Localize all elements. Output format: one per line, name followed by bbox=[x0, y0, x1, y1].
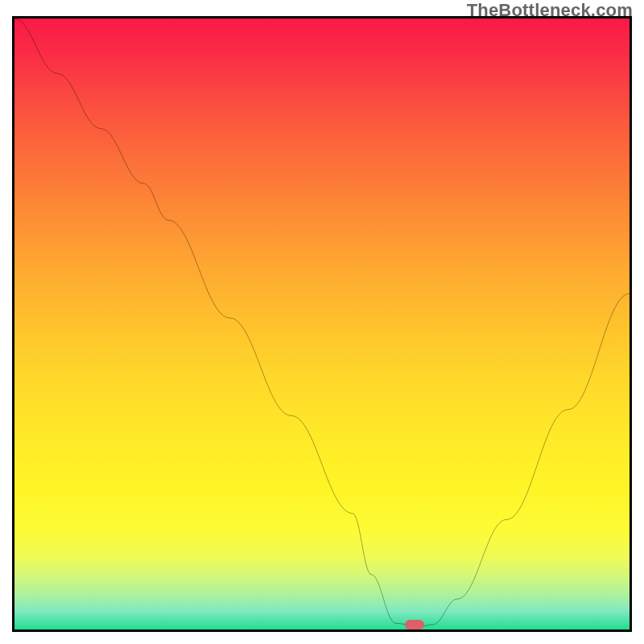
bottleneck-curve bbox=[14, 19, 630, 626]
optimum-marker bbox=[405, 620, 424, 630]
chart-stage: TheBottleneck.com bbox=[0, 0, 644, 644]
curve-svg bbox=[14, 19, 630, 630]
plot-area bbox=[12, 16, 632, 632]
